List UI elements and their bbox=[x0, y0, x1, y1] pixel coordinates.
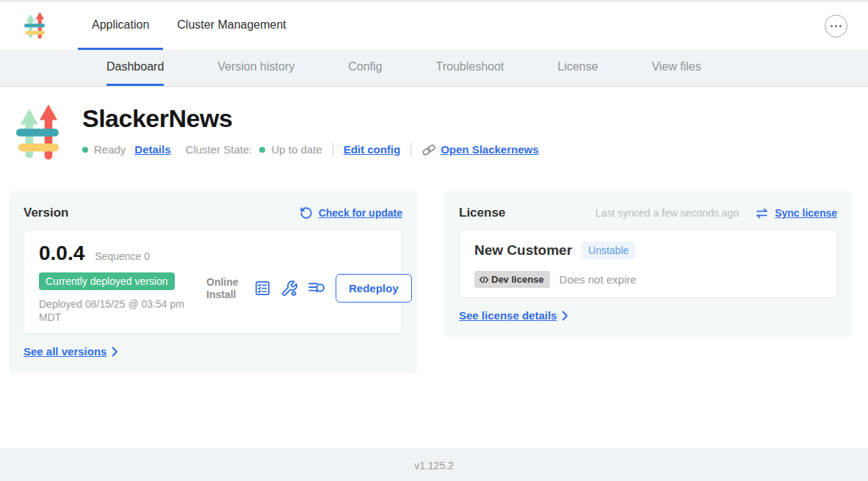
open-app-link[interactable]: Open Slackernews bbox=[422, 143, 538, 156]
app-status-text: Ready bbox=[94, 143, 126, 156]
channel-badge: Unstable bbox=[582, 242, 635, 259]
license-details-panel: New Customer Unstable Dev license Does n… bbox=[459, 230, 837, 298]
subnav-tab-troubleshoot[interactable]: Troubleshoot bbox=[435, 50, 504, 86]
arrows-exchange-icon bbox=[755, 207, 769, 220]
version-card-title: Version bbox=[23, 206, 68, 220]
tab-cluster-management[interactable]: Cluster Management bbox=[163, 1, 300, 50]
cluster-state-label: Cluster State: bbox=[186, 143, 253, 156]
version-number: 0.0.4 bbox=[39, 242, 84, 265]
install-type-label: Online Install bbox=[206, 276, 245, 300]
license-type-badge: Dev license bbox=[474, 271, 550, 288]
sync-license-link[interactable]: Sync license bbox=[775, 207, 837, 219]
deployed-timestamp: Deployed 08/15/25 @ 03:54 pm MDT bbox=[39, 297, 206, 324]
divider bbox=[411, 142, 411, 156]
code-icon bbox=[479, 275, 489, 284]
subnav-tab-view-files[interactable]: View files bbox=[651, 50, 701, 86]
app-footer: v1.125.2 bbox=[0, 449, 868, 481]
tab-application[interactable]: Application bbox=[78, 1, 163, 50]
checklist-icon bbox=[254, 280, 271, 297]
current-version-panel: 0.0.4 Sequence 0 Currently deployed vers… bbox=[23, 230, 402, 334]
last-synced-text: Last synced a few seconds ago bbox=[596, 207, 739, 219]
app-status-dot-icon bbox=[82, 147, 88, 153]
top-nav: Application Cluster Management bbox=[0, 0, 868, 50]
license-card: License Last synced a few seconds ago Sy… bbox=[444, 191, 852, 337]
version-card: Version Check for update 0.0.4 Sequence … bbox=[9, 191, 417, 373]
list-search-icon bbox=[308, 280, 326, 297]
rotate-ccw-icon bbox=[300, 206, 313, 220]
deployed-status-badge: Currently deployed version bbox=[39, 272, 175, 290]
redeploy-button[interactable]: Redeploy bbox=[336, 274, 412, 303]
console-version: v1.125.2 bbox=[414, 460, 454, 471]
edit-config-link[interactable]: Edit config bbox=[344, 143, 401, 156]
see-all-versions-link[interactable]: See all versions bbox=[23, 345, 118, 358]
chain-link-icon bbox=[422, 143, 436, 156]
divider bbox=[333, 142, 333, 156]
app-logo-icon bbox=[24, 11, 45, 40]
page-title: SlackerNews bbox=[82, 104, 539, 133]
subnav-tab-dashboard[interactable]: Dashboard bbox=[106, 50, 164, 86]
customer-name: New Customer bbox=[474, 242, 572, 258]
wrench-gear-icon bbox=[281, 280, 298, 297]
dashboard-main: SlackerNews Ready Details Cluster State:… bbox=[0, 87, 868, 373]
license-card-title: License bbox=[459, 206, 505, 220]
app-icon bbox=[16, 103, 59, 163]
chevron-right-icon bbox=[112, 347, 118, 357]
dashboard-cards: Version Check for update 0.0.4 Sequence … bbox=[0, 163, 868, 373]
subnav-tab-config[interactable]: Config bbox=[348, 50, 382, 86]
details-link[interactable]: Details bbox=[134, 143, 170, 156]
see-license-details-link[interactable]: See license details bbox=[459, 309, 568, 322]
cluster-state-value: Up to date bbox=[271, 143, 322, 156]
app-status-row: Ready Details Cluster State: Up to date … bbox=[82, 142, 539, 156]
app-header: SlackerNews Ready Details Cluster State:… bbox=[0, 87, 868, 163]
preflight-checks-button[interactable] bbox=[254, 280, 271, 297]
sequence-label: Sequence 0 bbox=[95, 250, 150, 262]
cluster-state-dot-icon bbox=[259, 147, 265, 153]
subnav-tab-version-history[interactable]: Version history bbox=[217, 50, 294, 86]
edit-config-button[interactable] bbox=[281, 280, 298, 297]
license-expiration: Does not expire bbox=[560, 273, 637, 286]
subnav-tab-license[interactable]: License bbox=[557, 50, 598, 86]
more-menu-button[interactable] bbox=[825, 15, 847, 37]
deploy-logs-button[interactable] bbox=[308, 280, 326, 297]
check-for-update-link[interactable]: Check for update bbox=[319, 207, 402, 219]
chevron-right-icon bbox=[562, 311, 568, 321]
ellipsis-icon bbox=[831, 25, 833, 27]
sub-nav: Dashboard Version history Config Trouble… bbox=[0, 50, 868, 87]
